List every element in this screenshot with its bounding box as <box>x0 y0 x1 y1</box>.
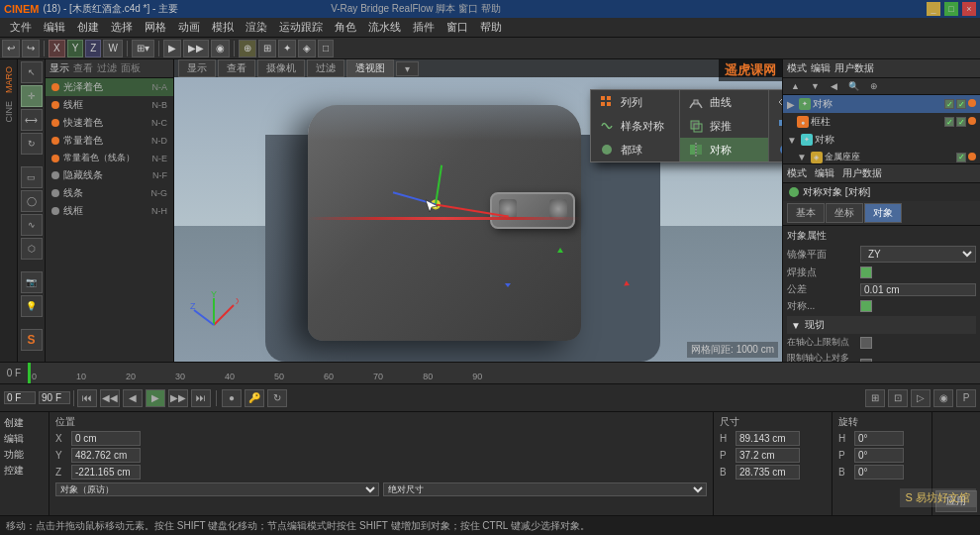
tool-s[interactable]: S <box>21 329 43 351</box>
obj-column[interactable]: ● 框柱 ✓ ✓ <box>783 113 980 131</box>
close-btn[interactable]: × <box>962 2 976 16</box>
menu-sphere[interactable]: 都球 <box>591 138 679 161</box>
tab-manage[interactable]: 控建 <box>2 463 47 479</box>
mode2[interactable]: ⊞ <box>258 40 276 57</box>
obj-metal-base[interactable]: ▼ ◈ 金属座座 ✓ <box>783 149 980 163</box>
menu-render[interactable]: 渲染 <box>240 20 273 35</box>
btn-y[interactable]: Y <box>67 40 84 57</box>
menu-select[interactable]: 选择 <box>105 20 139 35</box>
key-btn[interactable]: 🔑 <box>245 389 264 407</box>
tool-select-circle[interactable]: ◯ <box>21 190 43 212</box>
attr-tab-coord[interactable]: 坐标 <box>826 203 863 223</box>
mode4[interactable]: ◈ <box>298 40 316 57</box>
tool-camera[interactable]: 📷 <box>21 271 43 293</box>
obj-up-btn[interactable]: ▲ <box>787 80 804 92</box>
extra-btn1[interactable]: ⊞ <box>865 389 885 407</box>
tool-cursor[interactable]: ↖ <box>21 61 43 83</box>
rot-p-input[interactable] <box>854 448 904 463</box>
vp-tab-display[interactable]: 显示 <box>178 59 216 77</box>
play-btn[interactable]: ▶ <box>146 389 165 407</box>
menu-plugin[interactable]: 插件 <box>407 20 441 35</box>
minimize-btn[interactable]: _ <box>927 2 940 16</box>
menu-window[interactable]: 窗口 <box>441 20 474 35</box>
extra-btn2[interactable]: ⊡ <box>888 389 908 407</box>
check2-1[interactable]: ✓ <box>944 117 954 127</box>
obj-header-mode[interactable]: 模式 <box>787 61 807 75</box>
attr-tab-basic[interactable]: 基本 <box>787 203 825 223</box>
tool-move[interactable]: ✛ <box>21 85 43 107</box>
display-wire[interactable]: 线框 N-B <box>46 96 173 114</box>
obj-symmetry-root[interactable]: ▶ ✦ 对称 ✓ ✓ <box>783 95 980 113</box>
panel-tab-display[interactable]: 显示 <box>49 61 69 75</box>
mode3[interactable]: ✦ <box>278 40 296 57</box>
record-btn[interactable]: ● <box>222 389 242 407</box>
sym-toggle[interactable] <box>860 300 872 312</box>
display-lines[interactable]: 线条 N-G <box>46 184 173 202</box>
menu-edit[interactable]: 编辑 <box>38 20 71 35</box>
coord-size-select[interactable]: 绝对尺寸 <box>383 482 707 496</box>
menu-spline-symmetry[interactable]: 样条对称 <box>591 114 679 138</box>
undo-btn[interactable]: ↩ <box>2 40 20 57</box>
menu-curve[interactable]: 曲线 <box>680 90 768 114</box>
display-quick[interactable]: 快速着色 N-C <box>46 114 173 132</box>
display-hidden[interactable]: 隐藏线条 N-F <box>46 166 173 184</box>
obj-down-btn[interactable]: ▼ <box>807 80 824 92</box>
obj-left-btn[interactable]: ◀ <box>827 80 841 92</box>
goto-start-btn[interactable]: ⏮ <box>77 389 97 407</box>
display-wire2[interactable]: 线框 N-H <box>46 202 173 220</box>
start-frame-input[interactable] <box>4 391 36 404</box>
menu-symmetry[interactable]: 对称 <box>680 138 768 161</box>
obj-filter-btn[interactable]: ⊕ <box>866 80 882 92</box>
panel-tab-view[interactable]: 查看 <box>73 61 93 75</box>
attr-user-btn[interactable]: 用户数据 <box>842 166 882 180</box>
extra-btn3[interactable]: ▷ <box>911 389 931 407</box>
btn-w[interactable]: W <box>103 40 122 57</box>
cine-label[interactable]: CINE <box>2 98 16 126</box>
panel-tab-panel[interactable]: 面板 <box>121 61 141 75</box>
rot-b-input[interactable] <box>854 465 904 480</box>
attr-edit-btn[interactable]: 编辑 <box>815 166 834 180</box>
tool-scale[interactable]: ⟷ <box>21 109 43 131</box>
size-p-input[interactable] <box>735 448 800 463</box>
attr-tab-object[interactable]: 对象 <box>864 203 902 223</box>
check3-1[interactable]: ✓ <box>956 153 966 162</box>
viewport[interactable]: + <box>174 59 782 362</box>
vp-tab-filter[interactable]: 过滤 <box>307 59 344 77</box>
check2-2[interactable]: ✓ <box>956 117 966 127</box>
menu-extrude[interactable]: 探推 <box>680 114 768 138</box>
loop-btn[interactable]: ↻ <box>267 389 287 407</box>
tool-select-rect[interactable]: ▭ <box>21 166 43 188</box>
extra-btn5[interactable]: P <box>956 389 976 407</box>
display-const[interactable]: 常量着色 N-D <box>46 132 173 150</box>
tol-input[interactable] <box>860 283 976 296</box>
menu-create[interactable]: 创建 <box>71 20 105 35</box>
btn-x[interactable]: X <box>49 40 65 57</box>
size-h-input[interactable] <box>735 431 800 446</box>
pos-y-input[interactable] <box>71 448 141 463</box>
redo-btn[interactable]: ↪ <box>22 40 40 57</box>
btn-z[interactable]: Z <box>85 40 101 57</box>
menu-file[interactable]: 文件 <box>4 20 38 35</box>
prev-frame-btn[interactable]: ◀ <box>123 389 143 407</box>
weld-toggle[interactable] <box>860 267 872 278</box>
menu-array[interactable]: 列列 <box>591 90 679 114</box>
render-region[interactable]: ▶ <box>163 40 181 57</box>
coord-system[interactable]: ⊞▾ <box>132 40 154 57</box>
attr-mode-btn[interactable]: 模式 <box>787 166 807 180</box>
check1-2[interactable]: ✓ <box>956 99 966 109</box>
tool-select-lasso[interactable]: ∿ <box>21 214 43 236</box>
limit-axis-toggle[interactable] <box>860 337 872 349</box>
rot-h-input[interactable] <box>854 431 904 446</box>
menu-motion[interactable]: 运动跟踪 <box>273 20 329 35</box>
check1-1[interactable]: ✓ <box>944 99 954 109</box>
tab-edit-mode[interactable]: 编辑 <box>2 431 47 447</box>
maximize-btn[interactable]: □ <box>944 2 958 16</box>
mode1[interactable]: ⊕ <box>239 40 256 57</box>
size-b-input[interactable] <box>735 465 800 480</box>
render-active[interactable]: ▶▶ <box>183 40 209 57</box>
tab-create[interactable]: 创建 <box>2 415 47 431</box>
pos-x-input[interactable] <box>71 431 141 446</box>
obj-search-btn[interactable]: 🔍 <box>844 80 863 92</box>
display-const-line[interactable]: 常量着色（线条） N-E <box>46 150 173 166</box>
render-all[interactable]: ◉ <box>211 40 230 57</box>
